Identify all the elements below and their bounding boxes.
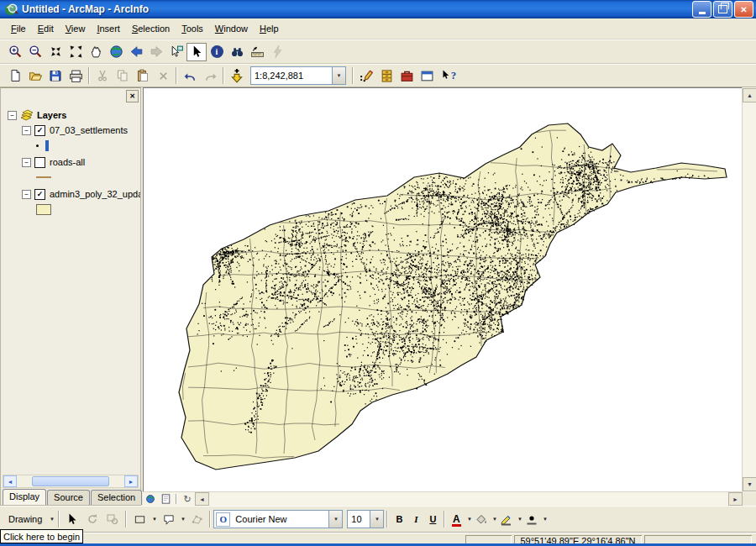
layer-label[interactable]: admin3_poly_32_update [50, 189, 140, 199]
layer-checkbox-settlements[interactable]: ✓ [34, 125, 45, 136]
redo-button[interactable] [200, 66, 220, 85]
layer-row-admin3[interactable]: − ✓ admin3_poly_32_update [22, 187, 140, 201]
paste-button[interactable] [133, 66, 153, 85]
click-here-to-begin-tooltip[interactable]: Click here to begin [0, 529, 83, 543]
marker-color-button[interactable] [523, 511, 540, 528]
fill-color-button[interactable] [473, 511, 490, 528]
fixed-zoom-in-button[interactable] [45, 43, 66, 61]
menu-selection[interactable]: Selection [126, 21, 176, 36]
toc-close-button[interactable]: ✕ [126, 90, 139, 102]
underline-button[interactable]: U [424, 511, 441, 528]
tab-source[interactable]: Source [47, 490, 90, 505]
map-canvas-afghanistan[interactable] [144, 88, 742, 491]
point-symbol-icon [36, 144, 39, 147]
close-button[interactable]: ✕ [734, 1, 753, 18]
select-elements-button[interactable] [62, 510, 82, 528]
toc-root-row[interactable]: − Layers [8, 108, 140, 122]
select-elements-button[interactable] [186, 43, 207, 61]
drawing-menu-button[interactable]: Drawing [3, 512, 47, 526]
cut-button[interactable] [92, 66, 113, 85]
whats-this-help-button[interactable]: ? [437, 66, 460, 85]
layer-checkbox-admin3[interactable]: ✓ [34, 189, 45, 200]
identify-button[interactable]: i [207, 43, 227, 61]
layout-view-button[interactable] [158, 493, 173, 505]
arccatalog-button[interactable] [376, 66, 396, 85]
save-button[interactable] [45, 66, 66, 85]
data-view-button[interactable] [143, 493, 158, 505]
rotate-element-button[interactable] [82, 510, 102, 528]
scroll-left-button[interactable]: ◄ [3, 475, 17, 487]
measure-button[interactable] [247, 43, 267, 61]
scale-dropdown-button[interactable]: ▼ [332, 67, 345, 84]
menu-view[interactable]: View [60, 21, 92, 36]
collapse-icon[interactable]: − [22, 190, 31, 199]
copy-button[interactable] [113, 66, 133, 85]
full-extent-button[interactable] [106, 43, 126, 61]
collapse-icon[interactable]: − [8, 111, 17, 120]
layer-row-settlements[interactable]: − ✓ 07_03_settlements [22, 123, 140, 137]
arctoolbox-button[interactable] [396, 66, 417, 85]
back-arrow-icon [129, 45, 144, 59]
italic-button[interactable]: I [407, 511, 424, 528]
font-dropdown-button[interactable]: ▼ [328, 511, 342, 528]
toolbox-icon [400, 69, 414, 83]
bold-button[interactable]: B [391, 511, 407, 528]
scroll-left-button[interactable]: ◄ [195, 492, 209, 506]
scroll-down-button[interactable]: ▼ [743, 477, 756, 491]
title-bar[interactable]: Untitled - ArcMap - ArcInfo ✕ [0, 0, 756, 18]
select-features-button[interactable] [166, 43, 186, 61]
restore-button[interactable] [713, 1, 732, 18]
menu-file[interactable]: File [5, 21, 32, 36]
size-dropdown-button[interactable]: ▼ [370, 511, 383, 528]
pan-button[interactable] [86, 43, 106, 61]
editor-toolbar-button[interactable] [356, 66, 376, 85]
find-button[interactable] [227, 43, 247, 61]
tab-display[interactable]: Display [3, 489, 46, 505]
zoom-in-button[interactable] [5, 43, 25, 61]
new-rectangle-tool[interactable] [129, 510, 150, 528]
map-scale-combo[interactable]: 1:8,242,881 ▼ [250, 66, 346, 85]
delete-button[interactable] [153, 66, 173, 85]
undo-button[interactable] [180, 66, 200, 85]
scrollbar-track[interactable] [209, 493, 728, 505]
refresh-view-button[interactable]: ↻ [180, 493, 195, 505]
font-name-combo[interactable]: O Courier New ▼ [213, 510, 343, 528]
new-map-button[interactable] [5, 66, 25, 85]
collapse-icon[interactable]: − [22, 158, 31, 167]
open-button[interactable] [25, 66, 45, 85]
scroll-right-button[interactable]: ► [124, 475, 138, 487]
go-back-extent-button[interactable] [126, 43, 146, 61]
layer-checkbox-roads[interactable] [34, 157, 45, 168]
go-forward-extent-button[interactable] [146, 43, 166, 61]
command-line-window-button[interactable] [417, 66, 437, 85]
menu-tools[interactable]: Tools [176, 21, 209, 36]
font-size-combo[interactable]: 10 ▼ [347, 510, 384, 528]
new-callout-tool[interactable] [158, 510, 178, 528]
menu-edit[interactable]: Edit [32, 21, 60, 36]
map-viewport[interactable] [143, 87, 743, 492]
line-color-button[interactable] [498, 511, 515, 528]
fixed-zoom-out-button[interactable] [66, 43, 86, 61]
font-color-button[interactable]: A [448, 511, 465, 528]
map-vertical-scrollbar[interactable]: ▲ ▼ [742, 87, 756, 492]
hyperlink-button[interactable] [267, 43, 287, 61]
menu-insert[interactable]: Insert [91, 21, 126, 36]
zoom-out-button[interactable] [25, 43, 45, 61]
minimize-button[interactable] [692, 1, 711, 18]
tab-selection[interactable]: Selection [91, 490, 142, 505]
layer-row-roads[interactable]: − roads-all [22, 155, 140, 169]
edit-vertices-tool[interactable] [186, 510, 207, 528]
zoom-to-selected-button[interactable] [102, 510, 123, 528]
layer-label[interactable]: 07_03_settlements [50, 125, 128, 135]
toc-horizontal-scrollbar[interactable]: ◄ ► [3, 475, 139, 488]
add-data-button[interactable] [227, 66, 247, 85]
layer-label[interactable]: roads-all [50, 157, 85, 167]
menu-help[interactable]: Help [254, 21, 285, 36]
scroll-right-button[interactable]: ► [728, 492, 743, 506]
print-button[interactable] [66, 66, 86, 85]
left-arrow-icon: ◄ [199, 496, 205, 502]
collapse-icon[interactable]: − [22, 126, 31, 135]
scroll-up-button[interactable]: ▲ [743, 88, 756, 102]
scrollbar-thumb[interactable] [32, 476, 109, 486]
menu-window[interactable]: Window [209, 21, 254, 36]
